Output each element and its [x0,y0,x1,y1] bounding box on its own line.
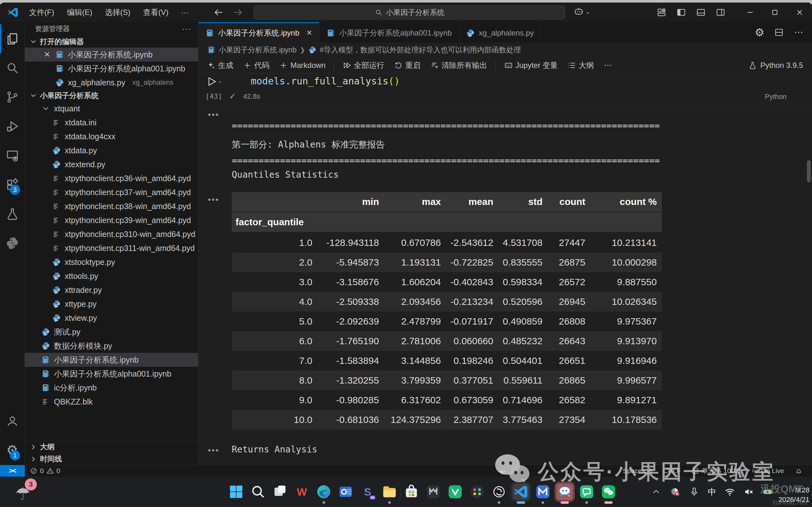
tree-file[interactable]: ic分析.ipynb [25,381,198,395]
run-options-chevron-icon[interactable]: ⌄ [217,77,222,84]
tree-file[interactable]: xttype.py [25,297,198,311]
activity-item-explorer[interactable] [0,24,24,53]
tree-file[interactable]: xtdata.ini [25,115,198,129]
menu-文件F[interactable]: 文件(F) [24,5,59,19]
wifi-icon[interactable] [724,486,735,497]
tree-file[interactable]: xtview.py [25,311,198,325]
taskbar-app-snip[interactable] [272,484,288,500]
open-editor-item[interactable]: ✕小果因子分析系统.ipynb [25,48,198,62]
ime-indicator[interactable]: 中 [708,486,716,498]
taskbar-app-palette[interactable] [469,484,485,500]
taskbar-app-green-v[interactable] [447,484,464,500]
taskbar-app-folder[interactable] [381,484,398,500]
cell-language-label[interactable]: Python [765,93,787,101]
menu-查看V[interactable]: 查看(V) [138,5,174,19]
copilot-button[interactable]: ⌄ [573,6,590,17]
toolbar-button-Markdown[interactable]: Markdown [275,60,329,71]
code-cell[interactable]: ⌄ models.run_full_analysis() [43] ✓ 42.8… [199,74,812,105]
toggle-secondary-sidebar-icon[interactable] [715,7,726,17]
command-center-search[interactable]: 小果因子分析系统 [254,5,565,19]
activity-item-testing[interactable] [0,199,24,228]
taskbar-app-wps[interactable]: W [293,484,310,500]
taskbar-app-green-chat[interactable] [578,484,595,500]
editor-tab[interactable]: xg_alphalens.py [459,22,541,43]
microphone-icon[interactable] [689,486,700,497]
toolbar-button-more[interactable] [600,60,616,71]
tree-file[interactable]: xtextend.py [25,157,198,171]
open-editor-item[interactable]: 小果因子分析系统alpha001.ipynb [25,62,198,75]
activity-item-python[interactable] [0,228,24,258]
activity-item-extensions[interactable]: 3 [0,170,24,199]
activity-item-source-control[interactable] [0,82,24,112]
section-outline[interactable]: 大纲 [25,441,198,453]
close-icon[interactable]: ✕ [43,50,51,59]
taskbar-app-obs[interactable] [491,484,507,500]
status-Go Live[interactable]: Go Live [751,467,784,474]
tree-file[interactable]: xtpythonclient.cp310-win_amd64.pyd [25,227,198,241]
more-actions-icon[interactable] [794,27,804,38]
tree-file[interactable]: xtdata.log4cxx [25,129,198,144]
volume-muted-icon[interactable] [744,486,754,497]
tree-file[interactable]: 小果因子分析系统alpha001.ipynb [25,367,198,381]
toolbar-button-大纲[interactable]: 大纲 [563,59,598,72]
activity-item-remote-explorer[interactable] [0,141,24,170]
taskbar-app-vscode[interactable] [513,484,529,500]
taskbar-app-edge[interactable] [316,484,332,500]
split-editor-icon[interactable] [774,27,784,38]
taskbar-app-outlook[interactable] [337,484,354,500]
window-minimize-button[interactable] [738,3,762,22]
output-menu-icon[interactable]: ••• [208,445,219,455]
activity-item-account[interactable] [0,406,24,436]
toolbar-button-重启[interactable]: 重启 [390,59,424,72]
status-CRLF[interactable]: CRLF [663,467,681,474]
tree-file[interactable]: xtpythonclient.cp37-win_amd64.pyd [25,185,198,199]
customize-layout-icon[interactable] [656,7,667,17]
window-maximize-button[interactable] [762,3,787,22]
tray-expand-icon[interactable] [651,486,661,497]
problems-indicator[interactable]: 0 0 [30,467,60,474]
activity-item-search[interactable] [0,53,24,82]
tree-folder[interactable]: xtquant [25,102,198,115]
tree-file[interactable]: xtdata.py [25,144,198,157]
breadcrumb[interactable]: 小果因子分析系统.ipynb ❯ #导入模型，数据可以外部处理好导入也可以利用内… [199,43,812,57]
menu-编辑E[interactable]: 编辑(E) [62,5,98,19]
section-open-editors[interactable]: 打开的编辑器 [25,36,198,48]
toolbar-button-Jupyter 变量[interactable]: (x)Jupyter 变量 [500,59,561,72]
code-line[interactable]: models.run_full_analysis() [251,75,400,87]
activity-item-settings[interactable]: ⚙1 [0,436,24,465]
remote-indicator[interactable]: >< [0,465,25,476]
tree-file[interactable]: 小果因子分析系统.ipynb [25,353,198,367]
tree-file[interactable]: QBKZZ.blk [25,395,198,409]
toggle-sidebar-icon[interactable] [676,7,686,17]
tree-file[interactable]: xtpythonclient.cp36-win_amd64.pyd [25,171,198,185]
taskbar-app-s-ai[interactable]: SAI [359,484,376,500]
menu-···[interactable]: ··· [176,6,194,19]
tree-file[interactable]: 测试.py [25,325,198,339]
taskbar-app-search[interactable] [250,484,266,500]
editor-scrollbar[interactable] [807,160,811,182]
section-folder-root[interactable]: 小果因子分析系统 [25,90,198,102]
status-Spaces: 8[interactable]: Spaces: 8 [623,467,652,474]
output-menu-icon[interactable]: ••• [208,195,219,205]
editor-tab[interactable]: 小果因子分析系统.ipynb✕ [199,22,319,43]
kernel-picker[interactable]: Python 3.9.5 [748,61,812,70]
output-menu-icon[interactable]: ••• [208,110,219,120]
editor-tab[interactable]: 小果因子分析系统alpha001.ipynb [319,22,459,43]
tree-file[interactable]: xtpythonclient.cp38-win_amd64.pyd [25,199,198,213]
toolbar-button-全部运行[interactable]: 全部运行 [339,59,388,72]
activity-item-run-debug[interactable] [0,112,24,141]
nav-back-icon[interactable] [213,7,224,18]
tab-close-icon[interactable]: ✕ [306,29,312,37]
status-单元格 10/14[interactable]: 单元格 10/14 [691,466,740,475]
taskbar-app-dark-app[interactable] [425,484,442,500]
taskbar-app-qq-chat[interactable] [556,484,573,500]
sidebar-more-actions[interactable]: ··· [182,24,192,33]
taskbar-app-start[interactable] [228,484,245,500]
menu-选择S[interactable]: 选择(S) [100,5,136,19]
tree-file[interactable]: xtpythonclient.cp311-win_amd64.pyd [25,241,198,255]
toolbar-button-代码[interactable]: 代码 [239,59,273,72]
toggle-panel-icon[interactable] [696,7,706,17]
tree-file[interactable]: xtstocktype.py [25,255,198,269]
tree-file[interactable]: xttrader.py [25,283,198,297]
status-bell[interactable] [795,467,803,474]
